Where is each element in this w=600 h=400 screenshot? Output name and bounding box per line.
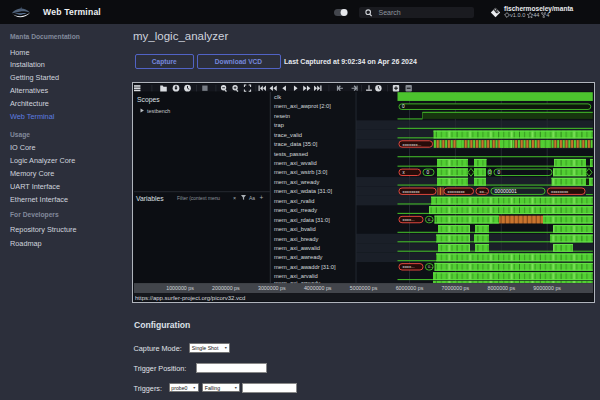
svg-text:mem_axi_arvalid: mem_axi_arvalid <box>274 273 318 279</box>
svg-text:mem_axi_bvalid: mem_axi_bvalid <box>274 226 316 232</box>
svg-text:5000000 ps: 5000000 ps <box>350 285 378 291</box>
svg-text:mem_axi_wdata [31:0]: mem_axi_wdata [31:0] <box>274 188 333 194</box>
svg-text:xxxx...: xxxx... <box>403 264 415 269</box>
svg-text:mem_axi_awaddr [31:0]: mem_axi_awaddr [31:0] <box>274 264 336 270</box>
svg-text:trace_valid: trace_valid <box>274 131 302 137</box>
svg-text:testbench: testbench <box>147 108 170 114</box>
svg-text:00000001: 00000001 <box>495 188 517 194</box>
svg-text:clk: clk <box>274 93 281 99</box>
svg-text:mem_axi_awprot [2:0]: mem_axi_awprot [2:0] <box>274 103 331 109</box>
svg-text:resetn: resetn <box>274 112 290 118</box>
svg-text:trace_data [35:0]: trace_data [35:0] <box>274 141 318 147</box>
svg-text:8000000 ps: 8000000 ps <box>487 285 515 291</box>
svg-text:3000000 ps: 3000000 ps <box>258 285 286 291</box>
svg-text:mem_axi_awready: mem_axi_awready <box>274 254 323 260</box>
svg-text:×: × <box>233 194 236 200</box>
svg-text:xxxxxxx...: xxxxxxx... <box>403 141 422 146</box>
svg-text:0...: 0... <box>428 265 433 269</box>
svg-text:0: 0 <box>402 104 405 109</box>
svg-text:mem_axi_wvalid: mem_axi_wvalid <box>274 160 317 166</box>
svg-text:tests_passed: tests_passed <box>274 150 308 156</box>
svg-text:0: 0 <box>498 170 501 175</box>
svg-text:xx...: xx... <box>480 189 488 194</box>
svg-text:Scopes: Scopes <box>137 95 160 103</box>
svg-text:mem_axi_wstrb [3:0]: mem_axi_wstrb [3:0] <box>274 169 328 175</box>
svg-text:6000000 ps: 6000000 ps <box>396 285 424 291</box>
svg-text:Filter (context menu: Filter (context menu <box>177 196 220 201</box>
svg-text:xxxxxxxx: xxxxxxxx <box>551 189 569 194</box>
svg-text:0: 0 <box>427 170 430 175</box>
svg-text:xxxx...: xxxx... <box>403 217 415 222</box>
svg-text:2000000 ps: 2000000 ps <box>212 285 240 291</box>
svg-text:trap: trap <box>274 122 284 128</box>
svg-text:7000000 ps: 7000000 ps <box>442 285 470 291</box>
svg-text:1000000 ps: 1000000 ps <box>166 285 194 291</box>
svg-text:Aa: Aa <box>249 194 255 200</box>
svg-text:9000000 ps: 9000000 ps <box>533 285 561 291</box>
svg-text:mem_axi_awvalid: mem_axi_awvalid <box>274 245 320 251</box>
svg-text:xxxxxxxx: xxxxxxxx <box>403 189 421 194</box>
svg-text:Variables: Variables <box>136 195 164 202</box>
svg-text:mem_axi_wready: mem_axi_wready <box>274 178 319 184</box>
svg-text:+: + <box>259 194 263 201</box>
svg-text:4000000 ps: 4000000 ps <box>304 285 332 291</box>
svg-text:mem_axi_rvalid: mem_axi_rvalid <box>274 197 314 203</box>
svg-text:xxxxxxxx: xxxxxxxx <box>448 189 466 194</box>
svg-text:mem_axi_rready: mem_axi_rready <box>274 207 317 213</box>
svg-text:0...: 0... <box>428 218 433 222</box>
svg-text:mem_axi_rdata [31:0]: mem_axi_rdata [31:0] <box>274 216 330 222</box>
svg-text:https://app.surfer-project.org: https://app.surfer-project.org/picorv32.… <box>135 295 245 301</box>
svg-text:mem_axi_bready: mem_axi_bready <box>274 235 318 241</box>
